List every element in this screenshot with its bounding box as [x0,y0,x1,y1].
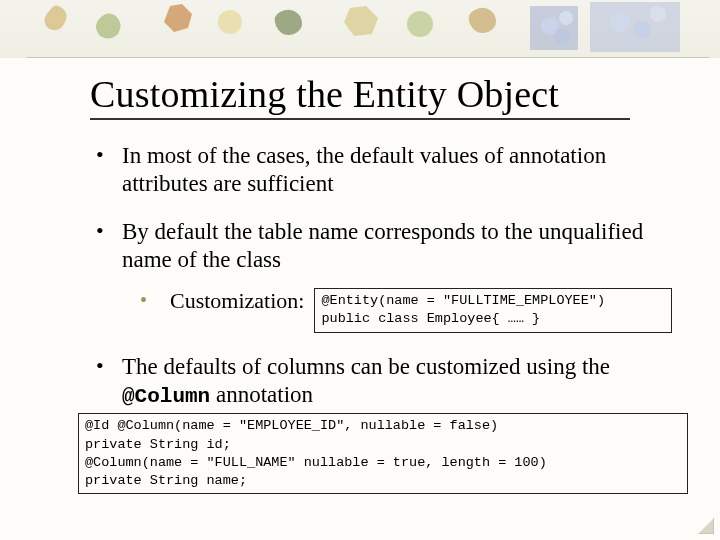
bullet-item: By default the table name corresponds to… [90,218,672,333]
slide-content: Customizing the Entity Object In most of… [0,58,720,494]
bullet-text: By default the table name corresponds to… [122,219,643,272]
code-box-column: @Id @Column(name = "EMPLOYEE_ID", nullab… [78,413,688,494]
inline-code: @Column [122,385,210,408]
bullet-text-post: annotation [210,382,313,407]
sub-bullet-label: Customization: [170,288,304,315]
svg-point-0 [218,10,242,34]
svg-point-1 [407,11,433,37]
bullet-item: In most of the cases, the default values… [90,142,672,198]
sub-bullet-item: Customization: @Entity(name = "FULLTIME_… [122,288,672,332]
bullet-text: In most of the cases, the default values… [122,143,606,196]
sub-bullet-list: Customization: @Entity(name = "FULLTIME_… [122,288,672,332]
svg-point-8 [633,21,651,39]
bullet-text-pre: The defaults of columns can be customize… [122,354,610,379]
bullet-item: The defaults of columns can be customize… [90,353,672,495]
page-corner-icon [698,518,714,534]
svg-point-9 [650,6,666,22]
svg-point-5 [554,28,570,44]
slide-title: Customizing the Entity Object [90,72,672,116]
decorative-banner [0,0,720,58]
code-box-entity: @Entity(name = "FULLTIME_EMPLOYEE") publ… [314,288,672,332]
bullet-list: In most of the cases, the default values… [90,142,672,494]
svg-point-4 [559,11,573,25]
title-underline [90,118,630,120]
svg-point-7 [610,12,630,32]
